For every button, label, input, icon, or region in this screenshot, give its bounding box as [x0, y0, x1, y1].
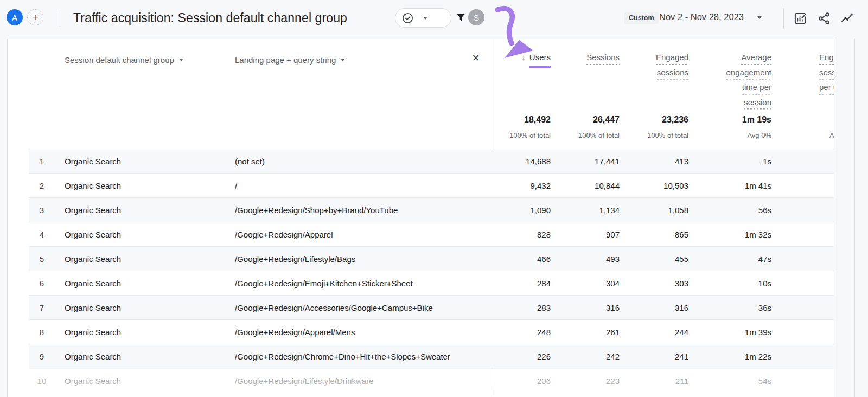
landing-page-cell: /	[235, 174, 237, 198]
metric-value-cell: 304	[552, 271, 620, 296]
metric-header-avg-engagement-time[interactable]: Averageengagementtime persession	[693, 51, 771, 111]
metric-header-label: session	[744, 96, 771, 110]
metric-value-cell: 828	[478, 222, 551, 247]
filter-icon[interactable]	[455, 12, 467, 23]
metric-header-label: Average	[741, 51, 771, 65]
metric-value-cell: 316	[621, 296, 688, 320]
total-subtext-clipped: Avg 0%	[829, 131, 834, 139]
row-number: 3	[29, 198, 55, 222]
dimension-header-label: Session default channel group	[65, 55, 174, 65]
date-range-selector[interactable]: Nov 2 - Nov 28, 2023	[659, 12, 744, 22]
panel-edge-divider	[854, 39, 855, 397]
insights-icon[interactable]	[840, 11, 854, 25]
plus-icon: +	[32, 11, 38, 23]
table-row[interactable]: 3Organic Search/Google+Redesign/Shop+by+…	[29, 197, 834, 222]
metric-header-engaged-sessions-per-user[interactable]: Engagedsessionsper user	[819, 51, 834, 96]
metric-value-cell: 316	[552, 296, 620, 320]
metric-value-cell: 36s	[693, 296, 771, 320]
landing-page-cell: /Google+Redesign/Apparel	[235, 222, 333, 247]
data-quality-pill[interactable]	[395, 8, 451, 28]
channel-group-cell: Organic Search	[65, 149, 121, 174]
metric-value-cell: 284	[478, 271, 551, 296]
channel-group-cell: Organic Search	[65, 222, 121, 247]
table-row[interactable]: 10Organic Search/Google+Redesign/Lifesty…	[29, 368, 834, 393]
metric-header-sessions[interactable]: Sessions	[552, 51, 620, 66]
metric-header-label: sessions	[657, 66, 688, 80]
metric-header-label: Sessions	[586, 51, 620, 65]
landing-page-cell: /Google+Redesign/Emoji+Kitchen+Sticker+S…	[235, 271, 413, 296]
header-divider	[783, 8, 784, 29]
channel-group-cell: Organic Search	[65, 369, 121, 393]
metric-value-cell: 244	[621, 320, 688, 344]
share-icon[interactable]	[817, 11, 831, 25]
chevron-down-icon	[423, 17, 427, 20]
metric-value-cell: 211	[621, 369, 688, 393]
metric-value-cell: 1m 39s	[693, 320, 771, 344]
metric-value-cell: 226	[478, 344, 551, 369]
top-bar: A + Traffic acquisition: Session default…	[0, 0, 868, 39]
dimension-header-landing-page[interactable]: Landing page + query string	[235, 53, 345, 66]
table-row[interactable]: 2Organic Search/9,43210,84410,5031m 41s	[29, 173, 834, 197]
collaborator-avatar[interactable]: S	[468, 9, 484, 25]
metric-value-cell: 261	[552, 320, 620, 344]
sort-descending-icon: ↓	[521, 53, 526, 62]
metric-value-cell: 223	[552, 369, 620, 393]
add-comparison-button[interactable]: +	[27, 9, 43, 25]
table-row[interactable]: 4Organic Search/Google+Redesign/Apparel8…	[29, 222, 834, 246]
row-number: 4	[29, 222, 55, 247]
table-row[interactable]: 1Organic Search(not set)14,68817,4414131…	[29, 149, 834, 173]
landing-page-cell: /Google+Redesign/Accessories/Google+Camp…	[235, 296, 433, 320]
channel-group-cell: Organic Search	[65, 198, 121, 222]
report-table-card: Session default channel group Landing pa…	[7, 39, 834, 397]
chevron-down-icon[interactable]	[757, 16, 762, 19]
metric-header-label: engagement	[726, 66, 771, 80]
metric-header-label: Engaged	[656, 51, 688, 65]
dimension-header-label: Landing page + query string	[235, 55, 336, 65]
page-title: Traffic acquisition: Session default cha…	[73, 11, 347, 25]
row-number: 10	[29, 369, 55, 393]
account-avatar[interactable]: A	[7, 9, 23, 25]
metric-value-cell: 1s	[693, 149, 771, 174]
customize-report-icon[interactable]	[793, 11, 807, 25]
metric-header-line: sessions	[621, 66, 688, 81]
total-subtext: 100% of total	[478, 131, 551, 139]
landing-page-cell: /Google+Redesign/Shop+by+Brand/YouTube	[235, 198, 398, 222]
metric-value-cell: 242	[552, 344, 620, 369]
metric-value-cell: 493	[552, 247, 620, 271]
metric-header-users[interactable]: ↓Users	[478, 51, 551, 68]
metric-value-cell: 865	[621, 222, 688, 247]
table-row[interactable]: 9Organic Search/Google+Redesign/Chrome+D…	[29, 344, 834, 368]
metric-header-line: Engaged	[621, 51, 688, 66]
check-circle-icon	[401, 12, 414, 24]
metric-value-cell: 47s	[693, 247, 771, 271]
metric-header-engaged-sessions[interactable]: Engagedsessions	[621, 51, 688, 81]
table-row[interactable]: 7Organic Search/Google+Redesign/Accessor…	[29, 295, 834, 319]
metric-header-label: Users	[529, 51, 551, 68]
metric-value-cell: 14,688	[478, 149, 551, 174]
landing-page-cell: (not set)	[235, 149, 265, 174]
dimension-header-channel-group[interactable]: Session default channel group	[65, 53, 183, 66]
channel-group-cell: Organic Search	[65, 174, 121, 198]
channel-group-cell: Organic Search	[65, 344, 121, 369]
table-row[interactable]: 5Organic Search/Google+Redesign/Lifestyl…	[29, 246, 834, 271]
table-row[interactable]: 8Organic Search/Google+Redesign/Apparel/…	[29, 319, 834, 344]
row-number: 1	[29, 149, 55, 174]
table-row[interactable]: 6Organic Search/Google+Redesign/Emoji+Ki…	[29, 271, 834, 295]
metric-value-cell: 206	[478, 369, 551, 393]
metric-header-label: time per	[742, 81, 771, 95]
landing-page-cell: /Google+Redesign/Lifestyle/Drinkware	[235, 369, 374, 393]
metric-value-cell: 241	[621, 344, 688, 369]
row-number: 6	[29, 271, 55, 296]
landing-page-cell: /Google+Redesign/Chrome+Dino+Hit+the+Slo…	[235, 344, 450, 369]
metric-value-cell: 1,134	[552, 198, 620, 222]
chevron-down-icon	[341, 59, 345, 61]
metric-header-line: Average	[693, 51, 771, 66]
metric-value-cell: 413	[621, 149, 688, 174]
metric-value-cell: 466	[478, 247, 551, 271]
channel-group-cell: Organic Search	[65, 271, 121, 296]
total-subtext: 100% of total	[621, 131, 688, 139]
metric-header-label: sessions	[819, 66, 834, 80]
metric-value-cell: 1,058	[621, 198, 688, 222]
metric-value-cell: 10,503	[621, 174, 688, 198]
metric-value-cell: 9,432	[478, 174, 551, 198]
